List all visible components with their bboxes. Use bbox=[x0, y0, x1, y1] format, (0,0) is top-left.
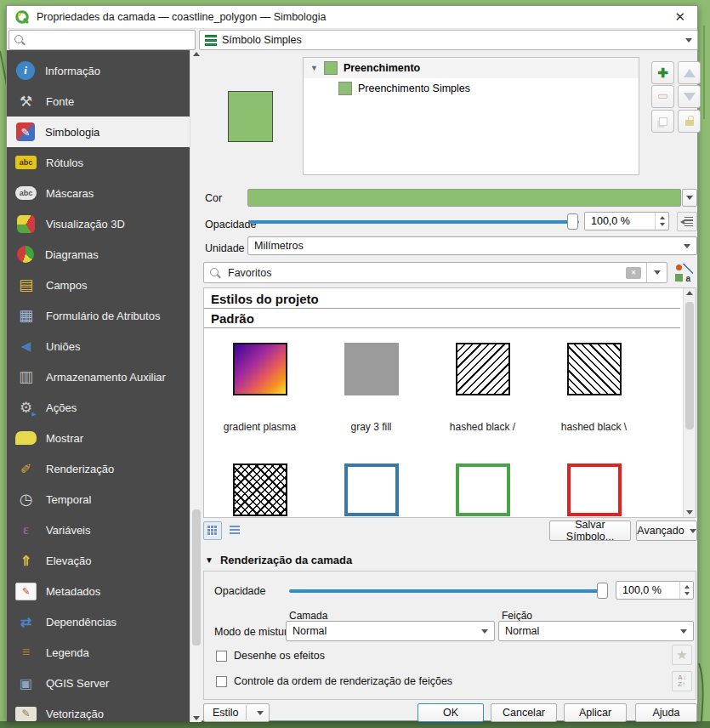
spinner-arrows[interactable] bbox=[679, 582, 693, 599]
sidebar-item-fonte[interactable]: Fonte bbox=[7, 86, 190, 117]
title-bar[interactable]: Propriedades da camada — coastline_polyg… bbox=[7, 6, 697, 29]
style-menu-dropdown[interactable] bbox=[246, 705, 269, 720]
style-item-gradient[interactable]: gradient plasma bbox=[204, 343, 315, 433]
scrollbar-thumb[interactable] bbox=[192, 509, 201, 646]
opacity-slider-handle[interactable] bbox=[567, 213, 578, 230]
sidebar-item-variaveis[interactable]: Variáveis bbox=[7, 515, 190, 545]
layer-blend-value: Normal bbox=[293, 625, 327, 637]
sidebar-item-metadados[interactable]: Metadados bbox=[7, 576, 190, 606]
style-manager-icon[interactable] bbox=[674, 264, 693, 282]
move-up-button[interactable] bbox=[678, 61, 701, 84]
lock-button[interactable] bbox=[678, 110, 701, 133]
sidebar-scrollbar[interactable] bbox=[190, 50, 202, 722]
apply-button[interactable]: Aplicar bbox=[564, 703, 627, 722]
spin-up-icon[interactable] bbox=[660, 216, 665, 219]
close-icon[interactable]: ✕ bbox=[671, 9, 689, 25]
style-search-box[interactable]: ✕ bbox=[203, 262, 667, 283]
style-item-gray[interactable]: gray 3 fill bbox=[315, 343, 427, 433]
icon-view-toggle[interactable] bbox=[203, 521, 222, 540]
tree-expander-icon[interactable]: ▼ bbox=[310, 64, 318, 72]
style-item-hash-forward[interactable]: hashed black / bbox=[427, 343, 538, 433]
list-view-toggle[interactable] bbox=[225, 521, 244, 540]
sidebar-item-informacao[interactable]: Informação bbox=[7, 55, 190, 86]
style-item-outline-red[interactable] bbox=[538, 464, 650, 516]
unit-combo[interactable]: Milímetros bbox=[247, 236, 697, 255]
styles-scrollbar[interactable] bbox=[683, 288, 696, 517]
feature-blend-combo[interactable]: Normal bbox=[498, 621, 694, 641]
sidebar-item-armazenamento-auxiliar[interactable]: Armazenamento Auxiliar bbox=[7, 361, 190, 392]
spinner-arrows[interactable] bbox=[655, 213, 668, 230]
sidebar-item-renderizacao[interactable]: Renderização bbox=[7, 453, 190, 484]
sidebar-item-vetorizacao[interactable]: Vetorização bbox=[7, 698, 190, 722]
opacity-slider[interactable] bbox=[249, 220, 579, 224]
color-button[interactable] bbox=[247, 189, 681, 207]
properties-search[interactable] bbox=[9, 30, 196, 50]
sidebar-item-formulario-de-atributos[interactable]: Formulário de Atributos bbox=[7, 300, 190, 331]
layer-opacity-slider-handle[interactable] bbox=[597, 583, 608, 599]
layer-opacity-spinbox[interactable]: 100,0 % bbox=[616, 581, 694, 600]
sidebar-item-rotulos[interactable]: Rótulos bbox=[7, 147, 190, 178]
sidebar-item-temporal[interactable]: Temporal bbox=[7, 484, 190, 515]
effects-options-button[interactable]: ★ bbox=[672, 645, 692, 665]
variables-icon bbox=[15, 520, 37, 540]
temporal-icon bbox=[15, 489, 37, 509]
spin-down-icon[interactable] bbox=[660, 223, 665, 226]
layer-opacity-slider[interactable] bbox=[289, 589, 608, 593]
sidebar-item-dependencias[interactable]: Dependências bbox=[7, 606, 190, 637]
ok-button[interactable]: OK bbox=[417, 703, 484, 722]
sidebar-item-qgis-server[interactable]: QGIS Server bbox=[7, 668, 190, 698]
draw-effects-checkbox[interactable] bbox=[216, 651, 227, 662]
tree-row-simple-fill[interactable]: Preenchimento Simples bbox=[304, 78, 639, 99]
sidebar-item-unioes[interactable]: Uniões bbox=[7, 331, 190, 361]
style-item-outline-blue[interactable] bbox=[315, 464, 427, 516]
scroll-up-icon[interactable] bbox=[686, 291, 693, 295]
sidebar-item-label: Uniões bbox=[46, 340, 80, 353]
sidebar-item-elevacao[interactable]: Elevação bbox=[7, 545, 190, 576]
spin-up-icon[interactable] bbox=[684, 585, 690, 589]
collapse-icon[interactable]: ▼ bbox=[205, 555, 213, 565]
layer-blend-combo[interactable]: Normal bbox=[286, 621, 495, 641]
sidebar-item-mostrar[interactable]: Mostrar bbox=[7, 423, 190, 453]
style-search-input[interactable] bbox=[226, 266, 626, 280]
style-item-hash-backward[interactable]: hashed black \ bbox=[538, 343, 650, 433]
style-swatch-hash-backward bbox=[567, 343, 622, 395]
opacity-value: 100,0 % bbox=[591, 215, 630, 227]
tree-row-fill[interactable]: ▼ Preenchimento bbox=[304, 58, 639, 78]
sidebar-item-mascaras[interactable]: Máscaras bbox=[7, 178, 190, 208]
sidebar-item-visualizacao-3d[interactable]: Visualização 3D bbox=[7, 208, 190, 239]
sidebar-item-label: Campos bbox=[46, 279, 87, 292]
properties-search-input[interactable] bbox=[30, 33, 195, 47]
sidebar-item-campos[interactable]: Campos bbox=[7, 270, 190, 300]
duplicate-button[interactable] bbox=[651, 110, 674, 133]
help-button[interactable]: Ajuda bbox=[635, 703, 697, 722]
style-swatch-outline-red bbox=[567, 464, 622, 516]
feature-order-options-button[interactable]: A↓Z↑ bbox=[672, 671, 692, 691]
sidebar-item-acoes[interactable]: Ações bbox=[7, 392, 190, 423]
color-dropdown-button[interactable] bbox=[682, 189, 697, 207]
sidebar-item-simbologia[interactable]: Simbologia bbox=[7, 117, 190, 147]
chevron-down-icon bbox=[690, 529, 696, 533]
cancel-button[interactable]: Cancelar bbox=[491, 703, 557, 722]
scrollbar-thumb[interactable] bbox=[685, 302, 694, 429]
style-menu-button[interactable]: Estilo bbox=[203, 703, 270, 722]
style-item-outline-green[interactable] bbox=[427, 464, 538, 516]
scroll-down-icon[interactable] bbox=[193, 716, 200, 720]
search-filter-dropdown[interactable] bbox=[646, 263, 667, 282]
remove-symbol-layer-button[interactable] bbox=[651, 85, 674, 108]
data-defined-override-button[interactable] bbox=[677, 212, 697, 231]
symbol-type-combo[interactable]: Símbolo Simples bbox=[199, 30, 698, 50]
sidebar-item-diagramas[interactable]: Diagramas bbox=[7, 239, 190, 270]
scroll-up-icon[interactable] bbox=[193, 52, 200, 56]
layer-rendering-header[interactable]: ▼ Renderização da camada bbox=[205, 554, 352, 566]
style-item-crosshatch[interactable] bbox=[204, 464, 315, 516]
move-down-button[interactable] bbox=[678, 85, 701, 108]
sidebar-item-legenda[interactable]: Legenda bbox=[7, 637, 190, 668]
opacity-spinbox[interactable]: 100,0 % bbox=[584, 212, 669, 230]
spin-down-icon[interactable] bbox=[684, 592, 690, 595]
scroll-down-icon[interactable] bbox=[686, 510, 693, 515]
add-symbol-layer-button[interactable]: ✚ bbox=[651, 61, 674, 84]
feature-order-checkbox[interactable] bbox=[216, 676, 227, 687]
save-symbol-button[interactable]: Salvar Símbolo... bbox=[549, 520, 631, 541]
advanced-button[interactable]: Avançado bbox=[636, 520, 697, 541]
clear-search-icon[interactable]: ✕ bbox=[626, 267, 641, 279]
